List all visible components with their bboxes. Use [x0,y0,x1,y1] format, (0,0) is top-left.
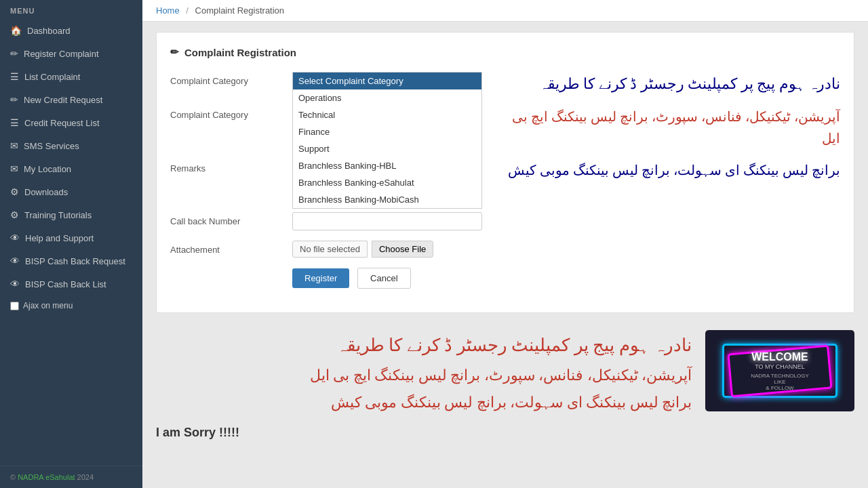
ajax-toggle-row: Ajax on menu [0,296,142,316]
action-buttons-row: Register Cancel [170,268,840,289]
button-spacer [170,268,292,272]
complaint-category-label: Complaint Category [170,72,292,86]
complaint-category-2-label: Complaint Category [170,106,292,120]
ajax-label: Ajax on menu [23,301,73,310]
pencil2-icon: ✏ [10,94,18,105]
dropdown-item-mobicash[interactable]: Branchless Banking-MobiCash [293,191,481,208]
complaint-category-2-row: Complaint Category آپریشن، ٹیکنیکل، فنان… [170,106,840,149]
dropdown-item-support[interactable]: Support [293,140,481,157]
home-icon: 🏠 [10,25,22,36]
topbar: Home / Complaint Registration [142,0,868,22]
urdu-overlay-3: برانچ لیس بینکنگ ای سہولت، برانچ لیس بین… [496,159,840,181]
bisp-list-icon: 👁 [10,279,20,289]
dropdown-item-technical[interactable]: Technical [293,106,481,123]
urdu-overlay-right: نادرہ ہوم پیج پر کمپلینٹ رجسٹر ڈ کرنے کا… [496,72,840,96]
bottom-urdu-2: آپریشن، ٹیکنیکل، فنانس، سپورٹ، برانچ لیس… [156,362,692,389]
breadcrumb-current: Complaint Registration [195,5,285,16]
list2-icon: ☰ [10,117,19,128]
action-buttons: Register Cancel [292,268,411,289]
sidebar-item-credit-list[interactable]: ☰ Credit Request List [0,111,142,134]
attachment-row: Attachement No file selected Choose File [170,241,840,258]
sidebar-item-list-complaint[interactable]: ☰ List Complaint [0,65,142,88]
location-icon: ✉ [10,163,18,174]
breadcrumb-home[interactable]: Home [156,5,180,16]
sidebar-item-location[interactable]: ✉ My Location [0,157,142,180]
callback-row: Call back Number [170,212,840,230]
callback-field [292,212,482,230]
cancel-button[interactable]: Cancel [357,268,410,289]
dropdown-item-esahulat[interactable]: Branchless Banking-eSahulat [293,174,481,191]
sidebar: MENU 🏠 Dashboard ✏ Register Complaint ☰ … [0,0,142,488]
bottom-urdu-3: برانچ لیس بینکنگ ای سہولت، برانچ لیس بین… [156,389,692,416]
bisp-request-icon: 👁 [10,256,20,266]
sorry-text: I am Sorry !!!!! [156,419,239,446]
remarks-row: Remarks برانچ لیس بینکنگ ای سہولت، برانچ… [170,159,840,202]
dropdown-item-default[interactable]: Select Complaint Category [293,73,481,89]
dropdown-list: Select Complaint Category Operations Tec… [292,72,482,209]
help-icon: 👁 [10,232,20,243]
urdu-text-3: برانچ لیس بینکنگ ای سہولت، برانچ لیس بین… [496,159,840,181]
dropdown-item-hbl[interactable]: Branchless Banking-HBL [293,157,481,174]
footer-year: 2024 [75,473,94,481]
footer-prefix: © [10,473,18,481]
bottom-urdu-col: نادرہ ہوم پیج پر کمپلینٹ رجسٹر ڈ کرنے کا… [156,330,692,415]
urdu-overlay-2: آپریشن، ٹیکنیکل، فنانس، سپورٹ، برانچ لیس… [496,106,840,149]
bottom-urdu-1: نادرہ ہوم پیج پر کمپلینٹ رجسٹر ڈ کرنے کا… [156,330,692,362]
ajax-checkbox[interactable] [10,302,19,310]
complaint-category-row: Complaint Category Select Complaint Cate… [170,72,840,96]
pencil-icon: ✏ [10,48,18,59]
content-area: ✏ Complaint Registration Complaint Categ… [142,22,868,488]
welcome-sub3: LIKE [774,379,785,385]
welcome-box: WELCOME TO MY CHANNEL NADRA TECHNOLOGY L… [705,330,854,411]
card-title-icon: ✏ [170,46,179,58]
footer-link[interactable]: NADRA eSahulat [18,473,75,481]
training-icon: ⚙ [10,209,19,220]
sidebar-item-sms[interactable]: ✉ SMS Services [0,134,142,157]
sidebar-item-bisp-list[interactable]: 👁 BISP Cash Back List [0,272,142,296]
list-icon: ☰ [10,71,19,82]
sidebar-item-training[interactable]: ⚙ Training Tutorials [0,203,142,226]
dropdown-item-finance[interactable]: Finance [293,123,481,140]
dropdown-item-operations[interactable]: Operations [293,89,481,106]
sidebar-item-new-credit[interactable]: ✏ New Credit Request [0,88,142,111]
sidebar-item-dashboard[interactable]: 🏠 Dashboard [0,19,142,42]
no-file-text: No file selected [292,241,368,258]
download-icon: ⚙ [10,186,19,197]
sms-icon: ✉ [10,140,18,151]
welcome-sub2: NADRA TECHNOLOGY [751,373,809,379]
welcome-sub4: & FOLLOW [766,385,793,391]
sidebar-item-downloads[interactable]: ⚙ Downloads [0,180,142,203]
register-button[interactable]: Register [292,268,349,288]
welcome-sub1: TO MY CHANNEL [755,363,805,370]
menu-label: MENU [0,0,142,19]
callback-label: Call back Number [170,212,292,226]
sidebar-footer: © NADRA eSahulat 2024 [0,466,142,488]
sidebar-item-register-complaint[interactable]: ✏ Register Complaint [0,42,142,65]
sorry-text-row: I am Sorry !!!!! [156,422,854,443]
main-area: Home / Complaint Registration ✏ Complain… [142,0,868,488]
bottom-section: نادرہ ہوم پیج پر کمپلینٹ رجسٹر ڈ کرنے کا… [156,323,854,422]
urdu-text-1: نادرہ ہوم پیج پر کمپلینٹ رجسٹر ڈ کرنے کا… [496,72,840,96]
callback-input[interactable] [292,212,482,230]
remarks-label: Remarks [170,159,292,174]
urdu-text-2: آپریشن، ٹیکنیکل، فنانس، سپورٹ، برانچ لیس… [496,106,840,149]
complaint-form-card: ✏ Complaint Registration Complaint Categ… [156,32,854,313]
card-title: ✏ Complaint Registration [170,46,840,58]
choose-file-button[interactable]: Choose File [372,241,433,258]
welcome-text: WELCOME [751,351,808,363]
sidebar-item-help[interactable]: 👁 Help and Support [0,226,142,249]
breadcrumb-separator: / [186,5,189,16]
attachment-field: No file selected Choose File [292,241,482,258]
sidebar-item-bisp-request[interactable]: 👁 BISP Cash Back Request [0,249,142,272]
file-input-row: No file selected Choose File [292,241,482,258]
attachment-label: Attachement [170,241,292,255]
